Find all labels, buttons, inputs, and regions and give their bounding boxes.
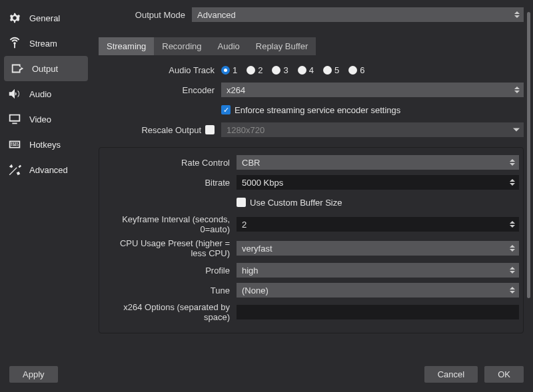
audio-track-2[interactable]: 2 bbox=[247, 65, 263, 75]
audio-track-label: Audio Track bbox=[99, 65, 221, 75]
content-panel: Output Mode Advanced Streaming Recording… bbox=[92, 0, 533, 361]
cpu-preset-label: CPU Usage Preset (higher = less CPU) bbox=[103, 238, 237, 258]
updown-icon bbox=[513, 9, 521, 20]
cpu-preset-select[interactable]: veryfast bbox=[237, 241, 519, 256]
stepper-icon bbox=[508, 177, 516, 188]
checkbox-icon bbox=[221, 105, 231, 114]
output-mode-label: Output Mode bbox=[99, 10, 192, 20]
profile-label: Profile bbox=[103, 266, 237, 276]
select-value: veryfast bbox=[242, 244, 272, 254]
sidebar-item-label: Stream bbox=[29, 39, 57, 49]
input-value: 5000 Kbps bbox=[242, 178, 283, 188]
audio-track-6[interactable]: 6 bbox=[348, 65, 364, 75]
radio-icon bbox=[221, 66, 230, 75]
select-value: high bbox=[242, 266, 259, 276]
cancel-button[interactable]: Cancel bbox=[424, 366, 478, 383]
radio-icon bbox=[272, 66, 280, 75]
sidebar-item-audio[interactable]: Audio bbox=[0, 81, 92, 106]
sidebar-item-stream[interactable]: Stream bbox=[0, 31, 92, 56]
encoder-settings-panel: Rate Control CBR Bitrate 5000 Kbps Use C… bbox=[99, 147, 524, 333]
keyframe-label: Keyframe Interval (seconds, 0=auto) bbox=[103, 214, 237, 234]
rescale-select[interactable]: 1280x720 bbox=[221, 122, 524, 137]
profile-select[interactable]: high bbox=[237, 263, 519, 278]
select-value: x264 bbox=[227, 85, 245, 95]
select-value: 1280x720 bbox=[227, 125, 265, 135]
gear-icon bbox=[7, 11, 23, 25]
sidebar-item-label: Audio bbox=[29, 89, 51, 99]
sidebar-item-video[interactable]: Video bbox=[0, 106, 92, 132]
encoder-label: Encoder bbox=[99, 85, 221, 95]
updown-icon bbox=[508, 265, 516, 276]
scrollbar[interactable] bbox=[527, 12, 530, 298]
rate-control-label: Rate Control bbox=[103, 158, 237, 168]
radio-icon bbox=[323, 66, 332, 75]
keyboard-icon bbox=[7, 137, 23, 152]
sidebar-item-advanced[interactable]: Advanced bbox=[0, 157, 92, 182]
rescale-checkbox[interactable] bbox=[205, 125, 215, 134]
audio-track-5[interactable]: 5 bbox=[323, 65, 339, 75]
output-mode-select[interactable]: Advanced bbox=[192, 7, 524, 22]
sidebar-item-label: Video bbox=[29, 114, 51, 124]
radio-icon bbox=[348, 66, 357, 75]
x264-options-input[interactable] bbox=[237, 305, 519, 319]
sidebar-item-label: General bbox=[29, 13, 60, 23]
footer: Apply Cancel OK bbox=[0, 361, 533, 392]
input-value: 2 bbox=[242, 220, 247, 230]
select-value: (None) bbox=[242, 286, 268, 295]
tab-audio[interactable]: Audio bbox=[210, 37, 248, 55]
select-value: CBR bbox=[242, 158, 260, 168]
tab-recording[interactable]: Recording bbox=[154, 37, 209, 55]
encoder-select[interactable]: x264 bbox=[221, 83, 524, 97]
tab-replay-buffer[interactable]: Replay Buffer bbox=[248, 37, 316, 55]
sidebar-item-label: Hotkeys bbox=[29, 140, 61, 150]
radio-icon bbox=[247, 66, 255, 75]
output-icon bbox=[9, 61, 25, 76]
sidebar-item-label: Output bbox=[32, 64, 58, 74]
speaker-icon bbox=[7, 87, 23, 101]
apply-button[interactable]: Apply bbox=[9, 366, 58, 383]
audio-track-3[interactable]: 3 bbox=[272, 65, 288, 75]
sidebar-item-hotkeys[interactable]: Hotkeys bbox=[0, 132, 92, 157]
rescale-label: Rescale Output bbox=[141, 125, 201, 135]
sidebar-item-general[interactable]: General bbox=[0, 5, 92, 31]
custom-buffer-checkbox[interactable]: Use Custom Buffer Size bbox=[237, 198, 519, 208]
tab-streaming[interactable]: Streaming bbox=[99, 37, 154, 55]
enforce-checkbox[interactable]: Enforce streaming service encoder settin… bbox=[221, 105, 524, 115]
custom-buffer-label: Use Custom Buffer Size bbox=[250, 198, 342, 208]
sidebar-item-output[interactable]: Output bbox=[4, 56, 88, 81]
tabs: Streaming Recording Audio Replay Buffer bbox=[99, 37, 316, 55]
tune-label: Tune bbox=[103, 286, 237, 295]
enforce-label: Enforce streaming service encoder settin… bbox=[235, 105, 400, 115]
audio-track-1[interactable]: 1 bbox=[221, 65, 237, 75]
tools-icon bbox=[7, 162, 23, 177]
updown-icon bbox=[513, 85, 521, 95]
rate-control-select[interactable]: CBR bbox=[237, 155, 519, 170]
updown-icon bbox=[508, 243, 516, 254]
audio-track-4[interactable]: 4 bbox=[298, 65, 314, 75]
keyframe-input[interactable]: 2 bbox=[237, 217, 519, 232]
chevron-down-icon bbox=[513, 128, 520, 132]
checkbox-icon bbox=[237, 198, 246, 207]
bitrate-input[interactable]: 5000 Kbps bbox=[237, 175, 519, 190]
ok-button[interactable]: OK bbox=[484, 366, 524, 383]
updown-icon bbox=[508, 157, 516, 168]
sidebar-item-label: Advanced bbox=[29, 165, 68, 175]
bitrate-label: Bitrate bbox=[103, 178, 237, 188]
x264-options-label: x264 Options (separated by space) bbox=[103, 302, 237, 322]
audio-track-group: 1 2 3 4 5 6 bbox=[221, 65, 524, 75]
updown-icon bbox=[508, 285, 516, 295]
sidebar: General Stream Output Audio Video bbox=[0, 0, 92, 361]
select-value: Advanced bbox=[197, 10, 236, 20]
tune-select[interactable]: (None) bbox=[237, 283, 519, 297]
radio-icon bbox=[298, 66, 306, 75]
antenna-icon bbox=[7, 36, 23, 51]
stepper-icon bbox=[508, 219, 516, 230]
monitor-icon bbox=[7, 112, 23, 126]
